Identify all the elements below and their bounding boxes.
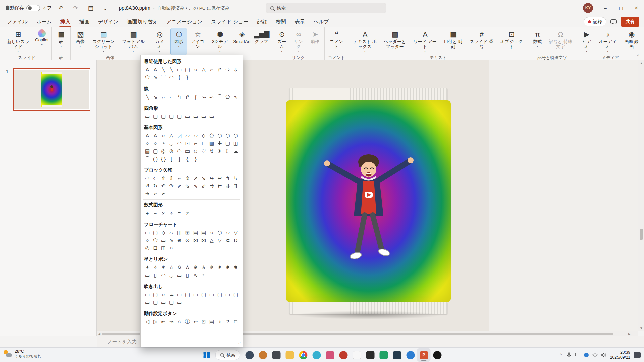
ribbon-tab[interactable]: 挿入 (56, 16, 75, 27)
shape-cell[interactable]: ≈ (200, 271, 208, 279)
vertical-scroll-thumb[interactable] (640, 229, 643, 240)
shape-cell[interactable]: } (192, 155, 200, 163)
ribbon-tab[interactable]: 画面切り替え (123, 16, 162, 27)
shape-cell[interactable]: ↝ (200, 93, 208, 101)
shape-cell[interactable]: ⬡ (216, 229, 224, 236)
shape-cell[interactable]: ⇨ (143, 174, 151, 182)
shape-cell[interactable]: ∿ (232, 93, 240, 101)
shape-cell[interactable]: ▭ (224, 291, 232, 298)
shape-cell[interactable]: ⋈ (192, 236, 200, 244)
shape-cell[interactable]: ✚ (216, 139, 224, 147)
shape-cell[interactable]: ▱ (183, 132, 192, 139)
ribbon-button[interactable]: # スライド 番号 ⌄ (467, 28, 496, 55)
shape-cell[interactable]: − (151, 209, 159, 217)
shape-cell[interactable]: ▭ (208, 291, 216, 298)
shape-cell[interactable]: ? (224, 318, 232, 325)
shape-cell[interactable]: A (151, 66, 159, 73)
ribbon-button[interactable]: ☆ アイコン ⌄ (187, 28, 208, 55)
ribbon-button[interactable]: ⬡ 図形 ⌄ (171, 28, 187, 55)
shape-cell[interactable]: ⇊ (224, 182, 232, 190)
shape-cell[interactable]: ╲ (143, 93, 151, 101)
shape-cell[interactable]: ✸ (224, 263, 232, 271)
ribbon-button[interactable]: ▥ スクリーンショット ⌄ (89, 28, 118, 55)
shape-cell[interactable]: ⊟ (151, 244, 159, 252)
shape-cell[interactable]: ◎ (159, 147, 167, 155)
ribbon-button[interactable]: ⊞ 新しいスライド ⌄ (3, 28, 33, 55)
shape-cell[interactable]: ▧ (143, 147, 151, 155)
shape-cell[interactable]: ↜ (208, 93, 216, 101)
shape-cell[interactable]: ○ (143, 139, 151, 147)
shape-cell[interactable]: ✹ (232, 263, 240, 271)
shape-cell[interactable]: ▭ (159, 236, 167, 244)
shape-cell[interactable]: ⇕ (183, 174, 192, 182)
shape-cell[interactable]: ○ (159, 291, 167, 298)
shape-cell[interactable]: ☾ (224, 147, 232, 155)
shape-cell[interactable]: ▢ (159, 112, 167, 120)
shape-cell[interactable]: ▭ (192, 112, 200, 120)
shape-cell[interactable]: A (143, 66, 151, 73)
ribbon-button[interactable]: ▂▅▇ グラフ ⌄ (252, 28, 270, 55)
shape-cell[interactable]: ⇦ (151, 174, 159, 182)
shape-cell[interactable]: ⌒ (159, 73, 167, 81)
shape-cell[interactable]: ○ (208, 229, 216, 236)
shape-cell[interactable]: ▭ (200, 112, 208, 120)
scroll-left-icon[interactable]: ◀ (98, 331, 100, 336)
shape-cell[interactable]: A (143, 132, 151, 139)
shape-cell[interactable]: ▨ (208, 139, 216, 147)
shape-cell[interactable]: ⊡ (183, 139, 192, 147)
shape-cell[interactable]: ◡ (167, 271, 175, 279)
shape-cell[interactable]: ▤ (208, 318, 216, 325)
shape-cell[interactable]: ▯ (151, 271, 159, 279)
shape-cell[interactable]: ↺ (143, 182, 151, 190)
ribbon-button[interactable]: Copilot ⌄ (34, 28, 50, 55)
shape-cell[interactable]: ⌒ (143, 155, 151, 163)
shape-cell[interactable]: ✫ (183, 263, 192, 271)
shape-cell[interactable]: ▭ (143, 112, 151, 120)
shape-cell[interactable]: ↔ (159, 93, 167, 101)
shape-cell[interactable]: ⊂ (224, 236, 232, 244)
toolbar-overflow-icon[interactable]: ⌄ (100, 3, 111, 13)
shape-cell[interactable]: ➔ (143, 190, 151, 197)
shape-cell[interactable]: ↘ (151, 93, 159, 101)
shape-cell[interactable]: ▢ (167, 298, 175, 306)
shape-cell[interactable]: ⬠ (143, 73, 151, 81)
shape-cell[interactable]: ◇ (159, 229, 167, 236)
shape-cell[interactable]: ↶ (159, 182, 167, 190)
shape-cell[interactable]: ▤ (192, 229, 200, 236)
shape-cell[interactable]: ⌂ (175, 318, 183, 325)
shape-cell[interactable]: ↘ (200, 174, 208, 182)
ribbon-tab[interactable]: スライド ショー (207, 16, 253, 27)
ribbon-button[interactable]: ◈ SmartArt ⌄ (232, 28, 252, 55)
shape-cell[interactable]: ╲ (167, 66, 175, 73)
shape-cell[interactable]: ✦ (143, 263, 151, 271)
shape-cell[interactable]: ✶ (159, 263, 167, 271)
shape-cell[interactable]: ⇙ (200, 182, 208, 190)
shape-cell[interactable]: ▢ (151, 298, 159, 306)
ribbon-tab[interactable]: デザイン (94, 16, 123, 27)
shape-cell[interactable]: A (151, 132, 159, 139)
ribbon-tab[interactable]: ファイル (3, 16, 32, 27)
shape-cell[interactable]: ☺ (192, 147, 200, 155)
shape-cell[interactable]: ▭ (143, 291, 151, 298)
shape-cell[interactable]: ≠ (183, 209, 192, 217)
shape-cell[interactable]: △ (200, 66, 208, 73)
shape-cell[interactable]: ∿ (167, 236, 175, 244)
shape-cell[interactable]: ▭ (143, 298, 151, 306)
shape-cell[interactable]: ▢ (151, 229, 159, 236)
shape-cell[interactable]: ⊙ (183, 236, 192, 244)
shape-cell[interactable]: ➣ (159, 190, 167, 197)
ribbon-button[interactable]: ▤ ヘッダーと フッター ⌄ (380, 28, 410, 55)
shape-cell[interactable]: ⇔ (175, 174, 183, 182)
ribbon-button[interactable]: ❝ コメント ⌄ (326, 28, 347, 55)
undo-icon[interactable]: ↶ (55, 3, 67, 13)
shape-cell[interactable]: ⊡ (200, 318, 208, 325)
shape-cell[interactable]: ▽ (232, 229, 240, 236)
shape-cell[interactable]: ⇩ (167, 174, 175, 182)
shape-cell[interactable]: ▢ (175, 112, 183, 120)
shape-cell[interactable]: ↱ (183, 93, 192, 101)
autosave-toggle[interactable] (26, 5, 40, 11)
shape-cell[interactable]: ⇇ (216, 182, 224, 190)
shape-cell[interactable]: } (183, 73, 192, 81)
collapse-ribbon-icon[interactable]: ⌃ (636, 54, 640, 361)
shape-cell[interactable]: ◿ (175, 132, 183, 139)
